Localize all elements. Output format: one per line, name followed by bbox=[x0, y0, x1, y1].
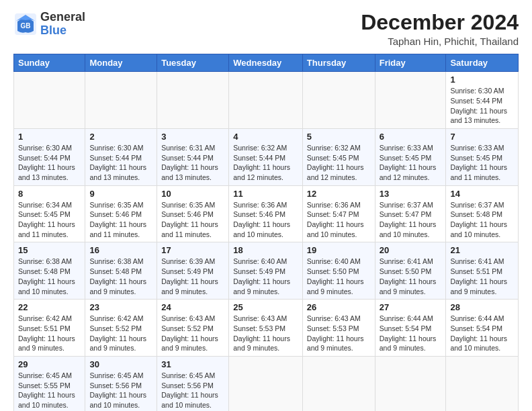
calendar-cell: 27 Sunrise: 6:44 AMSunset: 5:54 PMDaylig… bbox=[375, 300, 446, 357]
day-number: 12 bbox=[307, 189, 371, 199]
calendar-cell: 17 Sunrise: 6:39 AMSunset: 5:49 PMDaylig… bbox=[157, 242, 229, 300]
day-number: 30 bbox=[89, 359, 152, 369]
calendar-cell: 12 Sunrise: 6:36 AMSunset: 5:47 PMDaylig… bbox=[302, 185, 375, 242]
day-number: 25 bbox=[233, 302, 298, 312]
calendar-cell: 10 Sunrise: 6:35 AMSunset: 5:46 PMDaylig… bbox=[157, 185, 229, 242]
day-number: 6 bbox=[380, 132, 442, 142]
logo: GB General Blue bbox=[13, 11, 85, 38]
day-detail: Sunrise: 6:36 AMSunset: 5:47 PMDaylight:… bbox=[307, 200, 371, 240]
day-number: 29 bbox=[18, 359, 81, 369]
page: GB General Blue December 2024 Taphan Hin… bbox=[0, 0, 532, 411]
day-number: 1 bbox=[450, 75, 514, 85]
day-detail: Sunrise: 6:30 AMSunset: 5:44 PMDaylight:… bbox=[18, 143, 81, 183]
day-number: 2 bbox=[89, 132, 152, 142]
day-detail: Sunrise: 6:44 AMSunset: 5:54 PMDaylight:… bbox=[380, 314, 442, 353]
calendar-row: 1 Sunrise: 6:30 AMSunset: 5:44 PMDayligh… bbox=[14, 128, 519, 185]
day-detail: Sunrise: 6:31 AMSunset: 5:44 PMDaylight:… bbox=[161, 143, 224, 183]
day-number: 4 bbox=[233, 132, 298, 142]
day-number: 28 bbox=[450, 302, 514, 312]
calendar-row: 15 Sunrise: 6:38 AMSunset: 5:48 PMDaylig… bbox=[14, 242, 519, 300]
day-detail: Sunrise: 6:34 AMSunset: 5:45 PMDaylight:… bbox=[18, 200, 81, 240]
calendar-cell: 22 Sunrise: 6:42 AMSunset: 5:51 PMDaylig… bbox=[14, 300, 85, 357]
header-friday: Friday bbox=[375, 54, 446, 72]
calendar-cell: 26 Sunrise: 6:43 AMSunset: 5:53 PMDaylig… bbox=[302, 300, 375, 357]
calendar-cell: 21 Sunrise: 6:41 AMSunset: 5:51 PMDaylig… bbox=[446, 242, 519, 300]
logo-icon: GB bbox=[13, 12, 38, 36]
month-title: December 2024 bbox=[361, 11, 519, 34]
day-detail: Sunrise: 6:43 AMSunset: 5:52 PMDaylight:… bbox=[161, 314, 224, 353]
day-detail: Sunrise: 6:45 AMSunset: 5:55 PMDaylight:… bbox=[18, 371, 81, 410]
calendar-cell bbox=[302, 72, 375, 129]
day-detail: Sunrise: 6:37 AMSunset: 5:47 PMDaylight:… bbox=[380, 200, 442, 240]
day-number: 8 bbox=[18, 189, 81, 199]
day-detail: Sunrise: 6:39 AMSunset: 5:49 PMDaylight:… bbox=[161, 257, 224, 296]
calendar-header-row: Sunday Monday Tuesday Wednesday Thursday… bbox=[14, 54, 519, 72]
calendar-cell: 1 Sunrise: 6:30 AMSunset: 5:44 PMDayligh… bbox=[446, 72, 519, 129]
calendar-cell: 30 Sunrise: 6:45 AMSunset: 5:56 PMDaylig… bbox=[85, 356, 157, 411]
calendar-cell bbox=[85, 72, 157, 129]
calendar-cell bbox=[14, 72, 85, 129]
calendar-cell bbox=[375, 356, 446, 411]
logo-general-text: General bbox=[40, 11, 85, 24]
calendar-cell bbox=[375, 72, 446, 129]
calendar-cell: 1 Sunrise: 6:30 AMSunset: 5:44 PMDayligh… bbox=[14, 128, 85, 185]
calendar-row: 8 Sunrise: 6:34 AMSunset: 5:45 PMDayligh… bbox=[14, 185, 519, 242]
calendar-cell: 14 Sunrise: 6:37 AMSunset: 5:48 PMDaylig… bbox=[446, 185, 519, 242]
calendar-cell bbox=[302, 356, 375, 411]
day-detail: Sunrise: 6:38 AMSunset: 5:48 PMDaylight:… bbox=[89, 257, 152, 296]
day-detail: Sunrise: 6:45 AMSunset: 5:56 PMDaylight:… bbox=[161, 371, 224, 410]
day-detail: Sunrise: 6:32 AMSunset: 5:44 PMDaylight:… bbox=[233, 143, 298, 183]
calendar-cell bbox=[229, 72, 303, 129]
day-detail: Sunrise: 6:33 AMSunset: 5:45 PMDaylight:… bbox=[380, 143, 442, 183]
day-number: 31 bbox=[161, 359, 224, 369]
calendar-cell: 20 Sunrise: 6:41 AMSunset: 5:50 PMDaylig… bbox=[375, 242, 446, 300]
calendar-row: 22 Sunrise: 6:42 AMSunset: 5:51 PMDaylig… bbox=[14, 300, 519, 357]
day-detail: Sunrise: 6:42 AMSunset: 5:52 PMDaylight:… bbox=[89, 314, 152, 353]
day-number: 19 bbox=[307, 245, 371, 255]
day-number: 23 bbox=[89, 302, 152, 312]
day-number: 26 bbox=[307, 302, 371, 312]
calendar-cell: 28 Sunrise: 6:44 AMSunset: 5:54 PMDaylig… bbox=[446, 300, 519, 357]
day-detail: Sunrise: 6:36 AMSunset: 5:46 PMDaylight:… bbox=[233, 200, 298, 240]
calendar-cell: 7 Sunrise: 6:33 AMSunset: 5:45 PMDayligh… bbox=[446, 128, 519, 185]
svg-text:GB: GB bbox=[21, 22, 31, 30]
header-tuesday: Tuesday bbox=[157, 54, 229, 72]
day-number: 3 bbox=[161, 132, 224, 142]
day-detail: Sunrise: 6:38 AMSunset: 5:48 PMDaylight:… bbox=[18, 257, 81, 296]
calendar-row: 29 Sunrise: 6:45 AMSunset: 5:55 PMDaylig… bbox=[14, 356, 519, 411]
calendar-cell: 29 Sunrise: 6:45 AMSunset: 5:55 PMDaylig… bbox=[14, 356, 85, 411]
calendar-cell: 9 Sunrise: 6:35 AMSunset: 5:46 PMDayligh… bbox=[85, 185, 157, 242]
calendar-cell: 6 Sunrise: 6:33 AMSunset: 5:45 PMDayligh… bbox=[375, 128, 446, 185]
day-number: 11 bbox=[233, 189, 298, 199]
logo-blue-text: Blue bbox=[40, 24, 85, 38]
day-number: 5 bbox=[307, 132, 371, 142]
day-detail: Sunrise: 6:44 AMSunset: 5:54 PMDaylight:… bbox=[450, 314, 514, 353]
day-detail: Sunrise: 6:43 AMSunset: 5:53 PMDaylight:… bbox=[233, 314, 298, 353]
logo-text: General Blue bbox=[40, 11, 85, 38]
calendar-cell: 18 Sunrise: 6:40 AMSunset: 5:49 PMDaylig… bbox=[229, 242, 303, 300]
calendar-cell bbox=[446, 356, 519, 411]
calendar-cell: 19 Sunrise: 6:40 AMSunset: 5:50 PMDaylig… bbox=[302, 242, 375, 300]
header-sunday: Sunday bbox=[14, 54, 85, 72]
calendar-cell: 24 Sunrise: 6:43 AMSunset: 5:52 PMDaylig… bbox=[157, 300, 229, 357]
title-block: December 2024 Taphan Hin, Phichit, Thail… bbox=[361, 11, 519, 47]
header-monday: Monday bbox=[85, 54, 157, 72]
calendar-table: Sunday Monday Tuesday Wednesday Thursday… bbox=[13, 54, 519, 411]
day-detail: Sunrise: 6:41 AMSunset: 5:50 PMDaylight:… bbox=[380, 257, 442, 296]
calendar-cell: 5 Sunrise: 6:32 AMSunset: 5:45 PMDayligh… bbox=[302, 128, 375, 185]
day-detail: Sunrise: 6:32 AMSunset: 5:45 PMDaylight:… bbox=[307, 143, 371, 183]
day-number: 14 bbox=[450, 189, 514, 199]
calendar-cell: 2 Sunrise: 6:30 AMSunset: 5:44 PMDayligh… bbox=[85, 128, 157, 185]
day-number: 17 bbox=[161, 245, 224, 255]
day-detail: Sunrise: 6:40 AMSunset: 5:50 PMDaylight:… bbox=[307, 257, 371, 296]
day-number: 15 bbox=[18, 245, 81, 255]
day-detail: Sunrise: 6:33 AMSunset: 5:45 PMDaylight:… bbox=[450, 143, 514, 183]
calendar-cell: 16 Sunrise: 6:38 AMSunset: 5:48 PMDaylig… bbox=[85, 242, 157, 300]
day-number: 21 bbox=[450, 245, 514, 255]
location: Taphan Hin, Phichit, Thailand bbox=[361, 36, 519, 47]
day-number: 10 bbox=[161, 189, 224, 199]
calendar-cell: 25 Sunrise: 6:43 AMSunset: 5:53 PMDaylig… bbox=[229, 300, 303, 357]
day-detail: Sunrise: 6:45 AMSunset: 5:56 PMDaylight:… bbox=[89, 371, 152, 410]
day-number: 16 bbox=[89, 245, 152, 255]
calendar-cell: 23 Sunrise: 6:42 AMSunset: 5:52 PMDaylig… bbox=[85, 300, 157, 357]
